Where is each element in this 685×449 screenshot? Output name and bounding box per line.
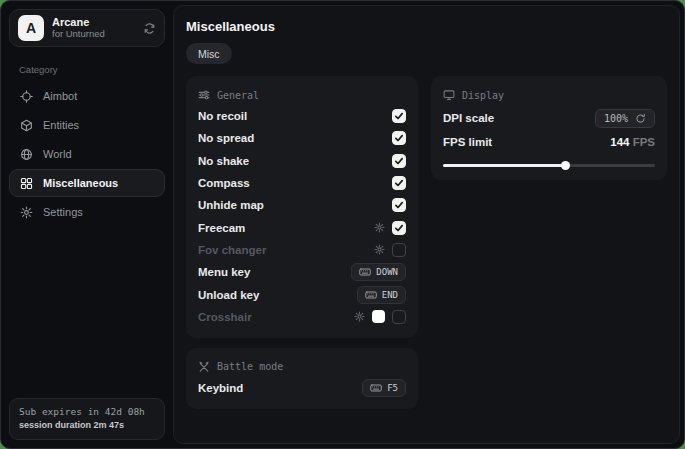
sidebar-item-settings[interactable]: Settings <box>9 198 165 226</box>
globe-icon <box>20 148 33 161</box>
checkbox[interactable] <box>392 243 406 257</box>
fps-slider-fill <box>443 164 566 167</box>
grid-icon <box>20 177 33 190</box>
fps-number: 144 <box>610 136 629 148</box>
gear-icon <box>20 206 33 219</box>
setting-row-fps-limit: FPS limit 144 FPS <box>443 131 655 153</box>
checkbox[interactable] <box>392 176 406 190</box>
app-header-card: A Arcane for Unturned <box>9 9 165 47</box>
main-content: Miscellaneous Misc <box>173 5 680 444</box>
subscription-info-card: Sub expires in 42d 08h session duration … <box>9 398 165 440</box>
setting-row-dpi-scale: DPI scale 100% <box>443 105 655 131</box>
checkbox[interactable] <box>392 310 406 324</box>
setting-label: No shake <box>198 155 249 167</box>
fps-unit: FPS <box>633 136 655 148</box>
setting-label: No spread <box>198 132 254 144</box>
battle-mode-icon <box>198 361 210 373</box>
sidebar-item-label: World <box>43 148 72 160</box>
app-logo: A <box>18 15 44 41</box>
setting-label: Unload key <box>198 289 259 301</box>
setting-label: Keybind <box>198 382 243 394</box>
app-name: Arcane <box>52 16 135 29</box>
app-window: A Arcane for Unturned Category A <box>0 0 685 449</box>
battle-panel-header: Battle mode <box>198 357 406 377</box>
sidebar-item-aimbot[interactable]: Aimbot <box>9 82 165 110</box>
setting-row-unload-key: Unload key END <box>198 283 406 305</box>
dpi-value-box[interactable]: 100% <box>595 109 655 128</box>
gear-icon[interactable] <box>354 311 365 322</box>
session-duration-text: session duration 2m 47s <box>19 419 155 432</box>
general-panel: General No recoil No spread <box>186 76 418 338</box>
sidebar-item-label: Entities <box>43 119 79 131</box>
panel-title: Display <box>462 90 504 101</box>
checkbox[interactable] <box>392 221 406 235</box>
panel-title: General <box>217 90 259 101</box>
sidebar-item-label: Aimbot <box>43 90 77 102</box>
gear-icon[interactable] <box>374 222 385 233</box>
category-nav: Aimbot Entities World <box>9 82 165 226</box>
setting-label: FPS limit <box>443 136 492 148</box>
keybind-button[interactable]: END <box>357 286 406 304</box>
checkbox[interactable] <box>392 109 406 123</box>
keyboard-icon <box>359 266 371 278</box>
display-panel-header: Display <box>443 85 655 105</box>
sidebar-item-label: Miscellaneous <box>43 177 118 189</box>
category-label: Category <box>19 64 155 75</box>
crosshair-icon <box>20 90 33 103</box>
keybind-button[interactable]: DOWN <box>351 263 406 281</box>
sub-expiry-text: Sub expires in 42d 08h <box>19 405 155 419</box>
sidebar-item-miscellaneous[interactable]: Miscellaneous <box>9 169 165 197</box>
keyboard-icon <box>365 289 377 301</box>
keybind-value: F5 <box>387 383 398 393</box>
keyboard-icon <box>370 382 382 394</box>
setting-label: Unhide map <box>198 199 264 211</box>
sliders-icon <box>198 89 210 101</box>
tab-bar: Misc <box>186 43 667 64</box>
cube-icon <box>20 119 33 132</box>
setting-label: Menu key <box>198 266 250 278</box>
setting-row-menu-key: Menu key DOWN <box>198 261 406 283</box>
panel-title: Battle mode <box>217 361 283 372</box>
sidebar-item-world[interactable]: World <box>9 140 165 168</box>
setting-row-compass: Compass <box>198 172 406 194</box>
battle-mode-panel: Battle mode Keybind <box>186 348 418 409</box>
setting-row-crosshair: Crosshair <box>198 306 406 328</box>
monitor-icon <box>443 89 455 101</box>
tab-misc[interactable]: Misc <box>186 43 232 64</box>
setting-row-unhide-map: Unhide map <box>198 194 406 216</box>
app-subtitle: for Unturned <box>52 29 135 40</box>
color-swatch[interactable] <box>372 310 385 323</box>
keybind-value: END <box>382 290 398 300</box>
setting-label: No recoil <box>198 110 247 122</box>
setting-label: DPI scale <box>443 112 494 124</box>
app-identity: Arcane for Unturned <box>52 16 135 40</box>
keybind-button[interactable]: F5 <box>362 379 406 397</box>
setting-row-no-spread: No spread <box>198 127 406 149</box>
sidebar-item-label: Settings <box>43 206 83 218</box>
setting-row-no-recoil: No recoil <box>198 105 406 127</box>
page-title: Miscellaneous <box>186 19 667 34</box>
general-panel-header: General <box>198 85 406 105</box>
setting-row-no-shake: No shake <box>198 150 406 172</box>
fps-slider[interactable] <box>443 160 655 170</box>
checkbox[interactable] <box>392 154 406 168</box>
setting-row-freecam: Freecam <box>198 216 406 238</box>
keybind-value: DOWN <box>376 267 398 277</box>
setting-row-fov-changer: Fov changer <box>198 239 406 261</box>
sidebar: A Arcane for Unturned Category A <box>1 1 173 448</box>
setting-label: Freecam <box>198 222 245 234</box>
display-panel: Display DPI scale 100% <box>431 76 667 180</box>
checkbox[interactable] <box>392 131 406 145</box>
setting-label: Fov changer <box>198 244 266 256</box>
gear-icon[interactable] <box>374 244 385 255</box>
sidebar-item-entities[interactable]: Entities <box>9 111 165 139</box>
reset-icon[interactable] <box>635 113 646 124</box>
fps-value: 144 FPS <box>610 136 655 148</box>
dpi-value: 100% <box>604 113 628 124</box>
setting-label: Crosshair <box>198 311 252 323</box>
sync-icon[interactable] <box>143 22 156 35</box>
checkbox[interactable] <box>392 198 406 212</box>
fps-slider-thumb[interactable] <box>561 161 570 170</box>
setting-row-keybind: Keybind F5 <box>198 377 406 399</box>
setting-label: Compass <box>198 177 250 189</box>
